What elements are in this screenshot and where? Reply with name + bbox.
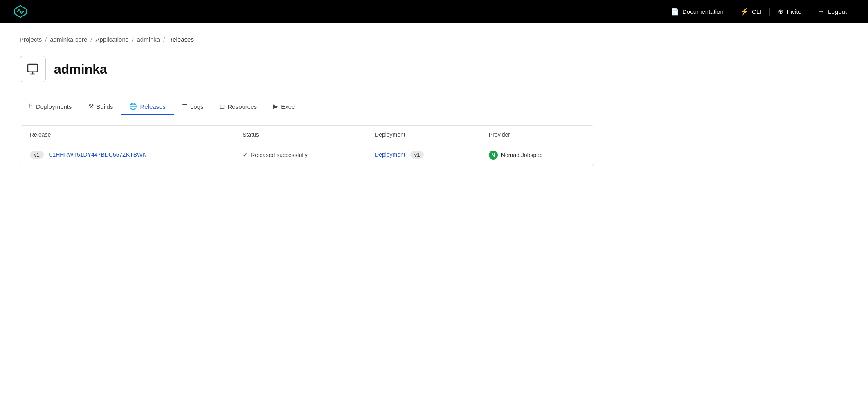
tab-builds[interactable]: ⚒ Builds — [80, 99, 121, 115]
tab-releases-label: Releases — [140, 103, 166, 110]
nomad-icon: N — [489, 151, 498, 160]
tab-resources-label: Resources — [227, 103, 257, 110]
check-circle-icon: ✓ — [243, 151, 248, 159]
release-cell: v1 01HHRWT51DY447BDC557ZKTBWK — [20, 144, 233, 166]
deployment-version-badge: v1 — [410, 151, 424, 159]
logout-label: Logout — [828, 8, 847, 15]
col-status: Status — [233, 126, 365, 144]
breadcrumb-releases: Releases — [168, 36, 194, 43]
tab-exec[interactable]: ▶ Exec — [265, 99, 303, 115]
provider-cell: N Nomad Jobspec — [479, 144, 594, 166]
status-success: ✓ Released successfully — [243, 151, 355, 159]
tab-releases[interactable]: 🌐 Releases — [121, 99, 174, 115]
releases-table-container: Release Status Deployment Provider v1 01… — [20, 125, 594, 166]
breadcrumb-sep-1: / — [45, 36, 47, 43]
logout-link[interactable]: → Logout — [810, 8, 855, 15]
documentation-link[interactable]: 📄 Documentation — [663, 8, 732, 16]
app-title: adminka — [54, 62, 107, 77]
tab-builds-label: Builds — [97, 103, 113, 110]
svg-rect-1 — [28, 64, 38, 72]
cube-icon: ◻ — [220, 103, 225, 110]
invite-label: Invite — [787, 8, 801, 15]
status-text: Released successfully — [251, 152, 308, 158]
breadcrumb-adminka-core[interactable]: adminka-core — [50, 36, 87, 43]
documentation-label: Documentation — [682, 8, 724, 15]
breadcrumb-sep-3: / — [132, 36, 133, 43]
app-icon-box — [20, 56, 46, 82]
tabs: ⇧ Deployments ⚒ Builds 🌐 Releases ☰ Logs… — [20, 99, 594, 115]
app-icon — [26, 63, 39, 76]
breadcrumb-applications[interactable]: Applications — [95, 36, 128, 43]
cli-label: CLI — [752, 8, 761, 15]
terminal-icon: ▶ — [273, 103, 278, 110]
breadcrumb-adminka[interactable]: adminka — [137, 36, 160, 43]
release-version-badge: v1 — [30, 151, 44, 159]
tab-logs-label: Logs — [190, 103, 204, 110]
doc-icon: 📄 — [671, 8, 679, 16]
table-header-row: Release Status Deployment Provider — [20, 126, 594, 144]
header-nav: 📄 Documentation ⚡ CLI ⊕ Invite → Logout — [663, 8, 855, 16]
list-icon: ☰ — [182, 103, 187, 110]
col-provider: Provider — [479, 126, 594, 144]
release-id-link[interactable]: 01HHRWT51DY447BDC557ZKTBWK — [49, 151, 146, 158]
plus-circle-icon: ⊕ — [778, 8, 783, 16]
deployment-link[interactable]: Deployment — [375, 151, 405, 158]
logout-icon: → — [818, 8, 825, 15]
status-cell: ✓ Released successfully — [233, 144, 365, 166]
globe-icon: 🌐 — [129, 103, 137, 110]
deployment-cell: Deployment v1 — [365, 144, 479, 166]
main-header: 📄 Documentation ⚡ CLI ⊕ Invite → Logout — [0, 0, 868, 23]
wrench-icon: ⚒ — [88, 103, 94, 110]
breadcrumb: Projects / adminka-core / Applications /… — [20, 36, 594, 43]
provider-name: Nomad Jobspec — [501, 152, 542, 158]
tab-deployments-label: Deployments — [36, 103, 72, 110]
col-release: Release — [20, 126, 233, 144]
tab-deployments[interactable]: ⇧ Deployments — [20, 99, 80, 115]
cli-link[interactable]: ⚡ CLI — [732, 8, 770, 16]
upload-icon: ⇧ — [28, 103, 33, 110]
breadcrumb-projects[interactable]: Projects — [20, 36, 42, 43]
bolt-icon: ⚡ — [740, 8, 749, 16]
breadcrumb-sep-2: / — [90, 36, 92, 43]
breadcrumb-sep-4: / — [163, 36, 165, 43]
main-content: Projects / adminka-core / Applications /… — [0, 23, 614, 180]
tab-exec-label: Exec — [281, 103, 295, 110]
app-header: adminka — [20, 56, 594, 82]
tab-resources[interactable]: ◻ Resources — [211, 99, 265, 115]
provider-info: N Nomad Jobspec — [489, 151, 584, 160]
col-deployment: Deployment — [365, 126, 479, 144]
logo[interactable] — [13, 4, 28, 19]
table-row: v1 01HHRWT51DY447BDC557ZKTBWK ✓ Released… — [20, 144, 594, 166]
invite-link[interactable]: ⊕ Invite — [770, 8, 810, 16]
releases-table: Release Status Deployment Provider v1 01… — [20, 126, 594, 166]
tab-logs[interactable]: ☰ Logs — [174, 99, 212, 115]
